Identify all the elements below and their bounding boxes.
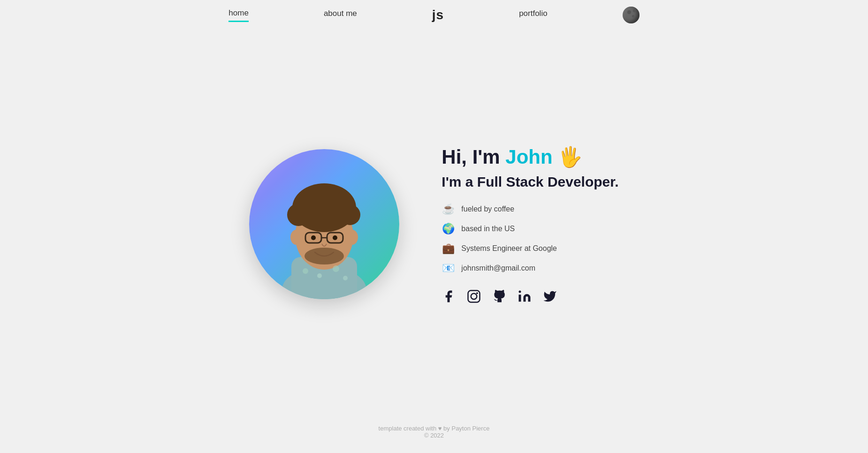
svg-point-22	[317, 273, 322, 278]
linkedin-icon	[518, 289, 532, 303]
footer: template created with ♥ by Payton Pierce…	[0, 415, 868, 453]
coffee-icon: ☕	[442, 203, 455, 215]
instagram-link[interactable]	[467, 289, 481, 303]
svg-point-12	[305, 199, 320, 214]
facebook-link[interactable]	[442, 289, 456, 303]
facebook-icon	[442, 289, 456, 303]
svg-point-28	[519, 290, 521, 293]
avatar	[249, 149, 399, 299]
social-row	[442, 289, 618, 303]
svg-point-26	[471, 293, 477, 299]
svg-rect-25	[468, 290, 480, 302]
github-link[interactable]	[492, 289, 506, 303]
hero-section: Hi, I'm John 🖐️ I'm a Full Stack Develop…	[0, 23, 868, 415]
hero-subtitle: I'm a Full Stack Developer.	[442, 174, 618, 190]
job-text: Systems Engineer at Google	[461, 244, 557, 253]
globe-icon: 🌍	[442, 223, 455, 235]
email-icon: 📧	[442, 262, 455, 274]
briefcase-icon: 💼	[442, 242, 455, 255]
avatar-person-svg	[263, 168, 385, 299]
footer-line2: © 2022	[0, 432, 868, 439]
svg-point-13	[290, 230, 302, 245]
svg-point-18	[311, 235, 316, 240]
detail-coffee: ☕ fueled by coffee	[442, 203, 618, 215]
navbar: home about me js portfolio	[0, 0, 868, 23]
svg-point-20	[305, 248, 344, 264]
detail-email: 📧 johnsmith@gmail.com	[442, 262, 618, 274]
hero-info: Hi, I'm John 🖐️ I'm a Full Stack Develop…	[442, 145, 618, 303]
svg-point-27	[476, 292, 478, 294]
email-text: johnsmith@gmail.com	[461, 264, 535, 272]
coffee-text: fueled by coffee	[461, 205, 514, 213]
github-icon	[492, 289, 506, 303]
detail-location: 🌍 based in the US	[442, 223, 618, 235]
svg-point-24	[343, 276, 348, 280]
location-text: based in the US	[461, 225, 515, 233]
svg-point-19	[333, 235, 337, 240]
linkedin-link[interactable]	[518, 289, 532, 303]
twitter-link[interactable]	[543, 289, 557, 303]
nav-home[interactable]: home	[228, 8, 249, 22]
svg-point-23	[333, 265, 339, 272]
greeting-prefix: Hi, I'm	[442, 146, 505, 168]
theme-toggle-button[interactable]	[623, 7, 640, 23]
nav-about[interactable]: about me	[324, 9, 357, 21]
greeting-text: Hi, I'm John 🖐️	[442, 145, 618, 168]
wave-emoji: 🖐️	[553, 146, 583, 168]
svg-point-21	[303, 268, 308, 274]
svg-point-14	[347, 230, 358, 245]
hero-name: John	[505, 146, 552, 168]
detail-job: 💼 Systems Engineer at Google	[442, 242, 618, 255]
svg-point-11	[328, 199, 343, 214]
nav-logo: js	[432, 8, 444, 23]
twitter-icon	[543, 289, 557, 303]
instagram-icon	[467, 289, 481, 303]
footer-line1: template created with ♥ by Payton Pierce	[0, 425, 868, 432]
nav-portfolio[interactable]: portfolio	[519, 9, 547, 21]
